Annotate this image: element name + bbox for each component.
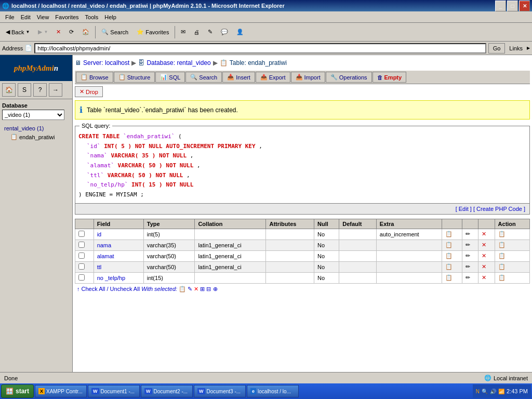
taskbar-doc1[interactable]: W Document1 -... [88, 385, 140, 393]
db-rental-video[interactable]: rental_video (1) [2, 124, 70, 132]
sidebar-info-button[interactable]: ? [33, 83, 47, 97]
tab-operations[interactable]: 🔧 Operations [326, 72, 372, 83]
row-action-extra-1[interactable]: 📋 [495, 240, 529, 250]
table-endah-pratiwi[interactable]: 📋 endah_pratiwi [2, 132, 70, 141]
row-action-extra-4[interactable]: 📋 [495, 272, 529, 283]
back-dropdown-icon[interactable]: ▼ [25, 30, 30, 34]
checkbox-4[interactable] [78, 274, 85, 281]
menu-help[interactable]: Help [101, 13, 119, 21]
doc3-label: Document3 -... [207, 389, 241, 393]
footer-icon-3[interactable]: ✕ [194, 286, 198, 292]
menu-edit[interactable]: Edit [18, 13, 34, 21]
refresh-button[interactable]: ⟳ [65, 25, 77, 39]
taskbar-doc3[interactable]: W Document3 -... [194, 385, 246, 393]
row-action-delete-4[interactable]: ✕ [478, 272, 495, 283]
minimize-button[interactable]: _ [495, 1, 506, 11]
row-action-grid-4[interactable]: 📋 [442, 272, 462, 283]
print-button[interactable]: 🖨 [190, 25, 203, 39]
close-button[interactable]: ✕ [519, 1, 530, 11]
mail-button[interactable]: ✉ [177, 25, 189, 39]
go-button[interactable]: Go [488, 43, 506, 54]
checkbox-3[interactable] [78, 263, 85, 270]
sql-query-box: SQL query: CREATE TABLE `endah_pratiwi` … [75, 123, 530, 215]
row-action-grid-1[interactable]: 📋 [442, 240, 462, 250]
forward-dropdown-icon[interactable]: ▼ [44, 30, 48, 34]
home-button[interactable]: 🏠 [78, 25, 93, 39]
tab-structure[interactable]: 📋 Structure [114, 72, 155, 83]
sidebar-logout-button[interactable]: → [49, 83, 62, 97]
breadcrumb-server[interactable]: Server: localhost [83, 59, 129, 66]
forward-button[interactable]: ▶ ▼ [34, 25, 51, 39]
tab-browse[interactable]: 📋 Browse [76, 72, 113, 83]
tab-operations-label: Operations [339, 74, 367, 81]
row-action-grid-0[interactable]: 📋 [442, 229, 462, 240]
browse-icon: 📋 [81, 74, 88, 81]
row-action-delete-0[interactable]: ✕ [478, 229, 495, 240]
links-expand-icon[interactable]: ▶ [527, 46, 530, 50]
tab-import[interactable]: 📥 Import [291, 72, 325, 83]
tab-empty[interactable]: 🗑 Empty [373, 72, 407, 83]
edit-button[interactable]: ✎ [204, 25, 216, 39]
row-checkbox-1[interactable] [75, 240, 94, 250]
row-action-delete-1[interactable]: ✕ [478, 240, 495, 250]
menu-tools[interactable]: Tools [82, 13, 102, 21]
row-collation-1: latin1_general_ci [195, 240, 266, 250]
footer-icon-1[interactable]: 📋 [179, 286, 186, 292]
database-select[interactable]: _video (1) [2, 110, 64, 120]
footer-icon-6[interactable]: ⊕ [213, 286, 218, 292]
maximize-button[interactable]: □ [507, 1, 518, 11]
row-action-grid-2[interactable]: 📋 [442, 250, 462, 261]
footer-icon-4[interactable]: ⊞ [200, 286, 205, 292]
address-input[interactable] [34, 43, 486, 54]
taskbar-xampp[interactable]: X XAMPP Contr... [35, 385, 87, 393]
sidebar-home-button[interactable]: 🏠 [2, 83, 16, 97]
menu-file[interactable]: File [2, 13, 18, 21]
row-checkbox-0[interactable] [75, 229, 94, 240]
edit-link[interactable]: [ Edit ] [456, 206, 472, 212]
check-all-link[interactable]: Check All [82, 286, 105, 292]
taskbar-doc2[interactable]: W Document2 -... [141, 385, 193, 393]
tab-export[interactable]: 📤 Export [256, 72, 290, 83]
status-text: Done [4, 375, 18, 381]
footer-icon-5[interactable]: ⊟ [206, 286, 211, 292]
row-checkbox-3[interactable] [75, 261, 94, 272]
checkbox-0[interactable] [78, 231, 85, 237]
row-action-extra-2[interactable]: 📋 [495, 250, 529, 261]
messenger-button[interactable]: 👤 [233, 25, 247, 39]
tab-insert[interactable]: 📥 Insert [222, 72, 255, 83]
search-button[interactable]: 🔍 Search [98, 25, 132, 39]
row-action-edit-1[interactable]: ✏ [462, 240, 478, 250]
row-action-delete-3[interactable]: ✕ [478, 261, 495, 272]
favorites-button[interactable]: ⭐ Favorites [133, 25, 172, 39]
checkbox-2[interactable] [78, 252, 85, 259]
footer-icon-2[interactable]: ✎ [188, 286, 192, 292]
breadcrumb-database[interactable]: Database: rental_video [147, 59, 210, 66]
create-php-link[interactable]: [ Create PHP Code ] [473, 206, 525, 212]
row-checkbox-2[interactable] [75, 250, 94, 261]
row-action-grid-3[interactable]: 📋 [442, 261, 462, 272]
row-action-edit-2[interactable]: ✏ [462, 250, 478, 261]
breadcrumb-table-icon: 📋 [220, 59, 228, 66]
row-action-edit-4[interactable]: ✏ [462, 272, 478, 283]
discuss-button[interactable]: 💬 [217, 25, 232, 39]
uncheck-all-link[interactable]: Uncheck All [110, 286, 140, 292]
links-button[interactable]: Links [507, 45, 525, 51]
tab-sql[interactable]: 📊 SQL [155, 72, 185, 83]
row-checkbox-4[interactable] [75, 272, 94, 283]
row-action-delete-2[interactable]: ✕ [478, 250, 495, 261]
sidebar-sql-button[interactable]: S [18, 83, 31, 97]
taskbar-ie[interactable]: e localhost / lo... [247, 385, 299, 393]
row-action-extra-3[interactable]: 📋 [495, 261, 529, 272]
start-button[interactable]: 🪟 start [1, 384, 34, 393]
tab-drop[interactable]: ✕ Drop [75, 86, 103, 97]
tab-search[interactable]: 🔍 Search [185, 72, 222, 83]
row-action-edit-3[interactable]: ✏ [462, 261, 478, 272]
row-action-edit-0[interactable]: ✏ [462, 229, 478, 240]
tab-empty-label: Empty [384, 74, 402, 81]
menu-view[interactable]: View [34, 13, 52, 21]
stop-button[interactable]: ✕ [52, 25, 64, 39]
back-button[interactable]: ◀ Back ▼ [2, 25, 33, 39]
row-action-extra-0[interactable]: 📋 [495, 229, 529, 240]
menu-favorites[interactable]: Favorites [52, 13, 82, 21]
checkbox-1[interactable] [78, 242, 85, 248]
